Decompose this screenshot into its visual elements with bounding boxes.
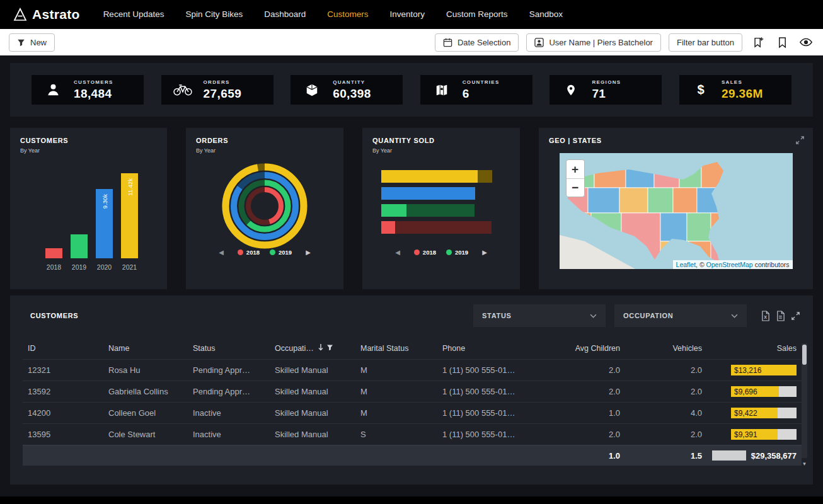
table-header-bar: CUSTOMERS STATUS OCCUPATION X [23, 304, 800, 327]
table-cell: 1 (11) 500 555-01… [437, 403, 542, 424]
scroll-down-arrow-icon[interactable]: ▼ [802, 461, 807, 467]
status-filter-label: STATUS [482, 312, 512, 319]
column-header-status[interactable]: Status [188, 337, 270, 360]
totals-sales-value: $29,358,677 [751, 451, 797, 461]
column-filter-icon[interactable] [326, 344, 333, 353]
table-row[interactable]: 14200Colleen GoelInactiveSkilled ManualM… [23, 403, 802, 424]
filter-bar-button[interactable]: Filter bar button [669, 33, 742, 52]
hbar-2021[interactable] [381, 170, 495, 183]
occupation-filter-dropdown[interactable]: OCCUPATION [614, 304, 747, 327]
customers-chart-panel: CUSTOMERS By Year 9.30k11.42k 2018201920… [10, 128, 167, 289]
chart-title: ORDERS [196, 137, 333, 144]
kpi-orders: ORDERS 27,659 [161, 75, 273, 105]
column-header-id[interactable]: ID [23, 337, 103, 360]
zoom-out-button[interactable]: − [567, 178, 584, 197]
kpi-customers: CUSTOMERS 18,484 [32, 75, 144, 105]
legend-item-2019[interactable]: 2019 [446, 249, 468, 256]
nav-item-sandbox[interactable]: Sandbox [519, 0, 573, 29]
nav-item-inventory[interactable]: Inventory [379, 0, 436, 29]
user-button-label: User Name | Piers Batchelor [549, 38, 653, 47]
zoom-in-button[interactable]: + [567, 160, 584, 178]
bar-2018[interactable] [45, 248, 62, 258]
table-cell-sales: $9,696 [707, 381, 802, 403]
hbar-2018[interactable] [381, 221, 495, 234]
excel-export-icon[interactable]: X [761, 311, 770, 321]
footer-bar [0, 496, 823, 504]
kpi-value: 18,484 [74, 87, 113, 101]
table-totals-row: 1.0 1.5 $29,358,677 [23, 445, 802, 466]
kpi-value: 71 [592, 87, 621, 101]
brand[interactable]: Astrato [13, 7, 80, 22]
status-filter-dropdown[interactable]: STATUS [473, 304, 606, 327]
legend-item-2018[interactable]: 2018 [414, 249, 436, 256]
legend-prev-icon[interactable]: ◀ [215, 248, 227, 256]
legend-next-icon[interactable]: ▶ [478, 248, 491, 256]
table-row[interactable]: 13592Gabriella CollinsPending Appr…Skill… [23, 381, 802, 403]
column-header-marital-status[interactable]: Marital Status [355, 337, 437, 360]
table-title: CUSTOMERS [30, 312, 78, 319]
legend-dot [270, 249, 275, 255]
kpi-value: 27,659 [204, 87, 242, 101]
column-header-name[interactable]: Name [103, 337, 188, 360]
donut-ring-2021[interactable] [226, 167, 304, 245]
column-header-sales[interactable]: Sales [707, 337, 802, 360]
expand-icon[interactable] [795, 135, 805, 147]
bar-value-label: 9.30k [101, 194, 108, 209]
toolbar: New Date Selection User Name | Piers Bat… [0, 29, 823, 55]
kpi-regions: REGIONS 71 [550, 75, 662, 105]
bar-column: 11.42k [121, 169, 138, 258]
hbar-2019[interactable] [381, 204, 495, 217]
nav-item-recent-updates[interactable]: Recent Updates [93, 0, 175, 29]
table-cell: Skilled Manual [270, 360, 355, 381]
document-export-icon[interactable] [776, 311, 785, 321]
bar-2019[interactable] [71, 234, 88, 258]
bookmark-add-icon[interactable] [750, 34, 766, 50]
date-selection-button[interactable]: Date Selection [435, 33, 519, 52]
openstreetmap-link[interactable]: OpenStreetMap [706, 261, 753, 268]
table-cell: 1 (11) 500 555-01… [437, 360, 542, 381]
nav-item-dashboard[interactable]: Dashboard [253, 0, 316, 29]
bookmark-icon[interactable] [774, 34, 790, 50]
totals-avg-children: 1.0 [542, 445, 625, 466]
chart-title: CUSTOMERS [20, 137, 157, 144]
hbar-2020[interactable] [381, 187, 495, 200]
column-header-vehicles[interactable]: Vehicles [625, 337, 707, 360]
kpi-label: CUSTOMERS [74, 79, 113, 85]
nav-item-customers[interactable]: Customers [316, 0, 379, 29]
kpi-countries: COUNTRIES 6 [420, 75, 532, 105]
orders-donut-svg[interactable] [217, 159, 312, 253]
eye-icon[interactable] [798, 34, 814, 50]
map-attribution: Leaflet, © OpenStreetMap contributors [673, 260, 793, 269]
table-row[interactable]: 13595Cole StewartInactiveSkilled ManualS… [23, 424, 802, 445]
table-cell: Skilled Manual [270, 403, 355, 424]
table-cell: 1.0 [542, 403, 625, 424]
scrollbar-thumb[interactable] [802, 345, 807, 365]
user-button[interactable]: User Name | Piers Batchelor [526, 33, 661, 52]
expand-icon[interactable] [791, 311, 800, 321]
us-states-map[interactable]: + − [560, 153, 793, 269]
totals-vehicles: 1.5 [625, 445, 707, 466]
table-scrollbar[interactable] [802, 343, 807, 458]
sort-descending-icon[interactable] [318, 343, 324, 353]
nav-item-spin-city-bikes[interactable]: Spin City Bikes [175, 0, 253, 29]
table-row[interactable]: 12321Rosa HuPending Appr…Skilled ManualM… [23, 360, 802, 381]
table-cell: 2.0 [625, 360, 707, 381]
new-button[interactable]: New [9, 33, 55, 52]
table-cell: 13592 [23, 381, 103, 403]
leaflet-link[interactable]: Leaflet [676, 261, 696, 268]
legend-item-2019[interactable]: 2019 [270, 249, 292, 256]
legend-item-2018[interactable]: 2018 [238, 249, 260, 256]
table-cell: Gabriella Collins [103, 381, 188, 403]
column-header-phone[interactable]: Phone [437, 337, 542, 360]
table-cell: 1 (11) 500 555-01… [437, 424, 542, 445]
table-cell: M [355, 403, 437, 424]
table-cell: 2.0 [625, 381, 707, 403]
nav-item-custom-reports[interactable]: Custom Reports [435, 0, 519, 29]
bar-2020[interactable]: 9.30k [96, 189, 113, 258]
column-header-occupation[interactable]: Occupati… [270, 337, 355, 360]
bar-2021[interactable]: 11.42k [121, 173, 138, 258]
column-header-avg-children[interactable]: Avg Children [542, 337, 625, 360]
legend-next-icon[interactable]: ▶ [302, 248, 314, 256]
legend-prev-icon[interactable]: ◀ [391, 248, 404, 256]
kpi-label: REGIONS [592, 79, 621, 85]
